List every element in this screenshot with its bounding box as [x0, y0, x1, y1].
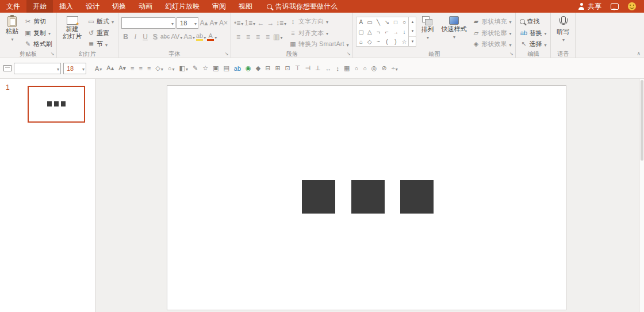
tab-slideshow[interactable]: 幻灯片放映 [159, 0, 206, 13]
vertical-scrollbar[interactable] [639, 79, 644, 312]
font-name-dropdown-icon[interactable] [171, 20, 174, 26]
change-case-dropdown-icon[interactable] [192, 33, 195, 41]
strikethrough-button[interactable]: abc [160, 32, 170, 42]
right-arrow-shape-icon[interactable]: → [391, 27, 400, 37]
text-box-shape-icon[interactable]: A [356, 17, 365, 27]
group-objects-icon[interactable]: ▦ [342, 62, 351, 75]
tab-animations[interactable]: 动画 [132, 0, 159, 13]
shape-fill-icon-dropdown[interactable] [171, 65, 174, 72]
cut-button[interactable]: ✂ 剪切 [23, 17, 53, 26]
font-color-dropdown-icon[interactable] [214, 33, 217, 41]
select-button[interactable]: ↖ 选择 [519, 39, 547, 49]
gallery-down-button[interactable]: ▾ [409, 26, 416, 36]
rectangle-shape-icon[interactable]: ▭ [365, 17, 374, 27]
layout-dropdown-icon[interactable] [111, 18, 114, 25]
paste-dropdown-icon[interactable] [10, 35, 13, 43]
text-direction-button[interactable]: ↕ 文字方向 [288, 17, 350, 26]
slide-rectangle-shape[interactable] [302, 180, 335, 214]
oval-shape-icon[interactable]: ○ [353, 62, 361, 75]
quick-font-size-dropdown-icon[interactable] [82, 65, 85, 72]
shape-fill-icon[interactable]: ○ [166, 62, 177, 75]
text-highlight-button[interactable]: ab [196, 32, 206, 42]
gallery-up-button[interactable]: ▴ [409, 17, 416, 26]
more-tools-icon[interactable]: ÷ [390, 62, 400, 75]
decrease-font-size-button[interactable]: A▾ [209, 18, 218, 28]
no-fill-icon[interactable]: ⊘ [379, 62, 388, 75]
comments-icon[interactable] [611, 3, 619, 10]
slide-layout-icon[interactable] [3, 65, 12, 71]
align-objects-left-icon[interactable]: ⊟ [263, 62, 272, 75]
arrow-shape-icon[interactable]: ↘ [382, 17, 391, 27]
shape-effects-button[interactable]: ◈ 形状效果 [471, 39, 512, 49]
shape-fill-dropdown-icon[interactable] [508, 18, 511, 25]
align-center-icon[interactable]: ≡ [137, 62, 144, 75]
bullets-button[interactable]: •≡ [234, 18, 243, 28]
dictate-dropdown-icon[interactable] [562, 36, 565, 44]
bullets-dropdown-icon[interactable] [240, 19, 243, 27]
shapes-icon-dropdown[interactable] [160, 65, 163, 72]
font-color-icon-dropdown[interactable] [99, 65, 102, 72]
align-text-button[interactable]: ≡ 对齐文本 [288, 28, 350, 38]
font-size-select[interactable]: 18 [177, 17, 198, 29]
align-middle-icon[interactable]: ⊣ [303, 62, 312, 75]
text-shadow-button[interactable]: S [151, 32, 159, 42]
thumbnail-rectangle-shape[interactable] [47, 101, 52, 106]
quick-font-name-select[interactable] [14, 63, 61, 74]
rect-outline-shape-icon[interactable]: □ [391, 17, 400, 27]
text-highlight-dropdown-icon[interactable] [203, 33, 206, 41]
record-icon[interactable]: ◉ [244, 62, 253, 75]
gallery-more-button[interactable]: ▾ [409, 36, 416, 46]
decrease-font-size-icon[interactable]: A▾ [117, 62, 128, 75]
bold-button[interactable]: B [121, 32, 130, 42]
convert-smartart-button[interactable]: ▦ 转换为 SmartArt [288, 39, 350, 49]
oval-shape-icon[interactable]: ○ [400, 17, 408, 27]
more-tools-icon-dropdown[interactable] [395, 65, 398, 72]
new-slide-button[interactable]: 新建 幻灯片 [60, 14, 85, 49]
align-center-button[interactable]: ≡ [244, 32, 252, 42]
shape-outline-button[interactable]: ▱ 形状轮廓 [471, 28, 512, 38]
collapse-ribbon-button[interactable]: ∧ [637, 51, 641, 56]
star-shape-icon[interactable]: ☆ [400, 37, 408, 47]
shape-effects-dropdown-icon[interactable] [508, 41, 511, 48]
select-dropdown-icon[interactable] [543, 41, 546, 48]
quick-font-size-select[interactable]: 18 [63, 63, 86, 74]
effects-star-icon[interactable]: ☆ [201, 62, 210, 75]
triangle-shape-icon[interactable]: △ [365, 27, 374, 37]
diamond-shape-icon[interactable]: ◇ [365, 37, 374, 47]
arrange-button[interactable]: 排列 [418, 14, 436, 49]
section-dropdown-icon[interactable] [105, 41, 108, 48]
copy-button[interactable]: ▣ 复制 [23, 28, 53, 38]
thumbnail-rectangle-shape[interactable] [54, 101, 59, 106]
font-color-button[interactable]: A [207, 32, 217, 42]
text-direction-dropdown-icon[interactable] [325, 18, 328, 25]
dictate-button[interactable]: 听写 [554, 14, 572, 49]
font-name-select[interactable] [121, 17, 175, 29]
tab-insert[interactable]: 插入 [53, 0, 79, 13]
curve-shape-icon[interactable]: ~ [374, 37, 382, 47]
columns-dropdown-icon[interactable] [279, 33, 282, 41]
align-left-icon[interactable]: ≡ [129, 62, 136, 75]
font-size-dropdown-icon[interactable] [194, 20, 197, 26]
smartart-dropdown-icon[interactable] [346, 41, 348, 48]
copy-icon[interactable]: ▣ [211, 62, 220, 75]
copy-dropdown-icon[interactable] [48, 29, 51, 36]
align-top-icon[interactable]: ⊤ [293, 62, 302, 75]
paste-icon[interactable]: ▤ [221, 62, 231, 75]
character-spacing-dropdown-icon[interactable] [179, 33, 182, 41]
shapes-icon[interactable]: ◇ [154, 62, 164, 75]
slide-canvas[interactable] [167, 85, 566, 310]
arrange-dropdown-icon[interactable] [426, 33, 429, 41]
distribute-horizontal-icon[interactable]: ↔ [324, 62, 334, 75]
numbering-button[interactable]: 1≡ [244, 18, 255, 28]
columns-button[interactable]: ▥ [273, 32, 282, 42]
quick-styles-button[interactable]: 快速样式 [438, 14, 469, 49]
tab-design[interactable]: 设计 [79, 0, 106, 13]
align-left-button[interactable]: ≡ [234, 32, 243, 42]
eyedropper-icon[interactable]: ◆ [254, 62, 262, 75]
line-spacing-dropdown-icon[interactable] [283, 19, 286, 27]
layout-button[interactable]: ▭ 版式 [86, 17, 115, 26]
justify-button[interactable]: ≡ [263, 32, 272, 42]
line-spacing-button[interactable]: ↕≡ [276, 18, 286, 28]
increase-font-size-icon[interactable]: A▴ [105, 62, 116, 75]
replace-button[interactable]: ab 替换 [519, 28, 547, 38]
